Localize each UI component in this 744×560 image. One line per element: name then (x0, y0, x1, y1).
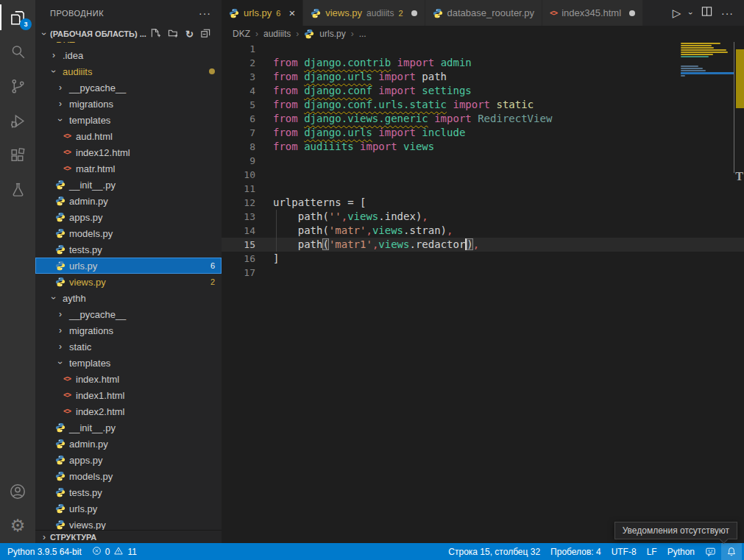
tab-index345-html[interactable]: <> index345.html (542, 0, 643, 26)
editor-scrollbar[interactable] (736, 42, 744, 543)
tree-item-migrations[interactable]: ›migrations (35, 96, 222, 112)
tree-item-index2.html[interactable]: <>index2.html (35, 403, 222, 419)
tree-item-index1.html[interactable]: <>index1.html (35, 387, 222, 403)
code-line-1[interactable]: 1 (222, 42, 744, 56)
search-icon[interactable] (0, 35, 35, 69)
tree-item-migrations[interactable]: ›migrations (35, 322, 222, 339)
tree-item-index.html[interactable]: <>index.html (35, 371, 222, 387)
tree-item--pycache-[interactable]: ›__pycache__ (35, 79, 222, 96)
code-line-8[interactable]: 8from audiiits import views (222, 140, 744, 154)
tree-item-templates[interactable]: ›templates (35, 355, 222, 371)
code-line-9[interactable]: 9 (222, 154, 744, 168)
code-line-12[interactable]: 12urlpatterns = [ (222, 196, 744, 210)
breadcrumb-root[interactable]: DKZ (233, 29, 250, 39)
settings-gear-icon[interactable]: ⚙ (0, 508, 35, 543)
chevron-right-icon: › (54, 310, 66, 319)
tree-item-models.py[interactable]: models.py (35, 468, 222, 484)
code-line-2[interactable]: 2from django.contrib import admin (222, 56, 744, 70)
chevron-down-icon: › (56, 357, 65, 369)
tree-item-apps.py[interactable]: apps.py (35, 452, 222, 468)
file-label: urls.py (69, 503, 97, 514)
tree-item-urls.py[interactable]: urls.py (35, 500, 222, 517)
tree-item-views.py[interactable]: views.py2 (35, 274, 222, 290)
tree-item-apps.py[interactable]: apps.py (35, 209, 222, 225)
split-editor-icon[interactable] (701, 6, 712, 20)
code-line-3[interactable]: 3from django.urls import path (222, 70, 744, 84)
tab-views-py[interactable]: views.py audiiits 2 (303, 0, 425, 26)
minimap[interactable] (681, 43, 734, 77)
close-icon[interactable]: × (288, 7, 295, 18)
code-line-10[interactable]: 10 (222, 168, 744, 182)
explorer-more-icon[interactable]: ··· (199, 7, 211, 19)
testing-icon[interactable] (0, 173, 35, 208)
cursor-position-status[interactable]: Строка 15, столбец 32 (443, 543, 545, 560)
tree-item-tests.py[interactable]: tests.py (35, 241, 222, 258)
tree-item-static[interactable]: ›static (35, 339, 222, 355)
editor-more-icon[interactable]: ··· (721, 7, 734, 19)
tree-item-tests.py[interactable]: tests.py (35, 484, 222, 500)
problems-status[interactable]: 0 11 (87, 543, 142, 560)
collapse-all-icon[interactable] (200, 28, 211, 40)
code-line-15[interactable]: 15 path('matr1',views.redactor), (222, 238, 744, 252)
notifications-bell-icon[interactable] (721, 543, 742, 560)
tree-item--pycache-[interactable]: ›__pycache__ (35, 306, 222, 322)
vscode-window: 3 ⚙ (0, 0, 744, 560)
tree-item-templates[interactable]: ›templates (35, 112, 222, 128)
tab-database-roouter-py[interactable]: database_roouter.py (425, 0, 543, 26)
python-icon (54, 180, 66, 190)
tree-item--init-.py[interactable]: __init__.py (35, 177, 222, 193)
tree-item-aythh[interactable]: ›aythh (35, 290, 222, 306)
explorer-icon[interactable]: 3 (0, 0, 35, 35)
code-line-7[interactable]: 7from django.urls import include (222, 126, 744, 140)
code-editor[interactable]: 12from django.contrib import admin3from … (222, 42, 744, 543)
html-icon: <> (61, 165, 73, 172)
refresh-icon[interactable]: ↻ (185, 29, 194, 39)
source-control-icon[interactable] (0, 69, 35, 104)
extensions-icon[interactable] (0, 138, 35, 173)
tree-item-models.py[interactable]: models.py (35, 225, 222, 241)
new-file-icon[interactable] (150, 28, 161, 40)
run-debug-icon[interactable] (0, 104, 35, 138)
run-button[interactable]: ▷ (673, 7, 681, 20)
tab-label: urls.py (244, 7, 272, 18)
tree-item-views.py[interactable]: views.py (35, 517, 222, 530)
file-tree: ›DKZ›.idea›audiiits›__pycache__›migratio… (35, 42, 222, 530)
tree-item-admin.py[interactable]: admin.py (35, 436, 222, 452)
tree-item--init-.py[interactable]: __init__.py (35, 419, 222, 436)
tree-item-urls.py[interactable]: urls.py6 (35, 258, 222, 274)
code-line-17[interactable]: 17 (222, 266, 744, 280)
modified-dot[interactable] (629, 10, 635, 16)
run-dropdown-icon[interactable]: › (687, 12, 695, 15)
code-line-6[interactable]: 6from django.views.generic import Redire… (222, 112, 744, 126)
account-icon[interactable] (0, 474, 35, 508)
breadcrumb-folder[interactable]: audiiits (263, 29, 291, 39)
editor-group: urls.py 6 × views.py audiiits 2 database… (222, 0, 744, 543)
tree-item-admin.py[interactable]: admin.py (35, 193, 222, 209)
python-interpreter-status[interactable]: Python 3.9.5 64-bit (2, 543, 87, 560)
eol-status[interactable]: LF (642, 543, 662, 560)
code-line-11[interactable]: 11 (222, 182, 744, 196)
tree-item-aud.html[interactable]: <>aud.html (35, 128, 222, 144)
tree-item-matr.html[interactable]: <>matr.html (35, 160, 222, 177)
breadcrumb-file[interactable]: urls.py (319, 29, 345, 39)
outline-section-header[interactable]: › СТРУКТУРА (35, 530, 222, 543)
breadcrumb-symbol[interactable]: ... (359, 29, 366, 39)
feedback-icon[interactable] (700, 543, 721, 560)
indentation-status[interactable]: Пробелов: 4 (545, 543, 606, 560)
modified-dot[interactable] (411, 10, 417, 16)
code-line-13[interactable]: 13 path('',views.index), (222, 210, 744, 224)
tree-item-DKZ[interactable]: ›DKZ (35, 42, 222, 47)
language-mode-status[interactable]: Python (662, 543, 700, 560)
code-line-5[interactable]: 5from django.conf.urls.static import sta… (222, 98, 744, 112)
code-line-16[interactable]: 16] (222, 252, 744, 266)
tree-item-index12.html[interactable]: <>index12.html (35, 144, 222, 160)
code-line-4[interactable]: 4from django.conf import settings (222, 84, 744, 98)
tree-item-.idea[interactable]: ›.idea (35, 47, 222, 63)
file-label: __init__.py (69, 180, 116, 191)
workspace-section-header[interactable]: › (РАБОЧАЯ ОБЛАСТЬ) ... ↻ (35, 26, 222, 42)
tab-urls-py[interactable]: urls.py 6 × (222, 0, 303, 26)
new-folder-icon[interactable] (168, 28, 179, 40)
tree-item-audiiits[interactable]: ›audiiits (35, 63, 222, 79)
encoding-status[interactable]: UTF-8 (606, 543, 642, 560)
code-line-14[interactable]: 14 path('matr',views.stran), (222, 224, 744, 238)
